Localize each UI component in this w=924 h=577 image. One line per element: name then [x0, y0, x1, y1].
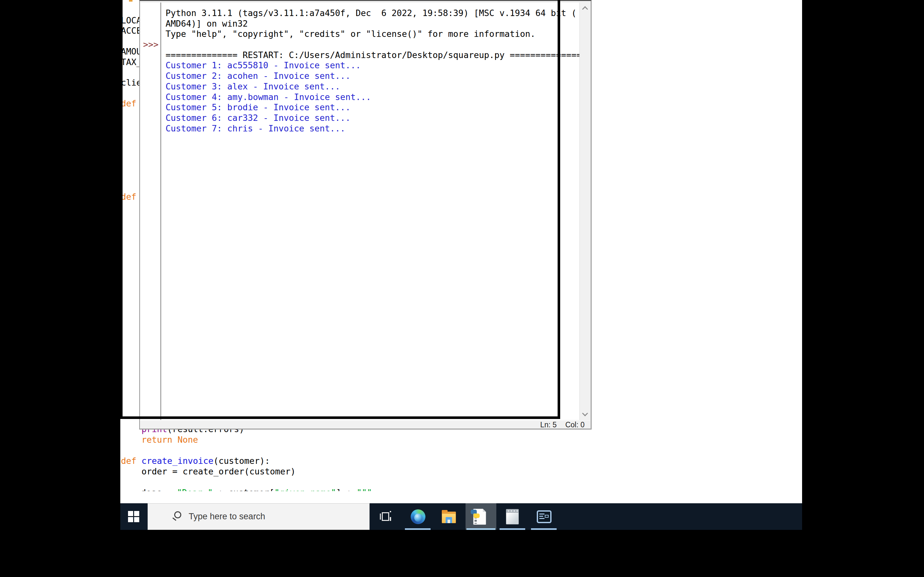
notepad-icon [506, 509, 519, 524]
taskbar-button-notepad[interactable] [497, 503, 528, 530]
shell-line: AMD64)] on win32 [166, 19, 580, 29]
taskbar [120, 503, 802, 530]
taskbar-button-python-idle[interactable] [465, 503, 496, 530]
code-segment: LOCA [121, 15, 142, 25]
search-input[interactable] [188, 504, 361, 530]
shell-line: Customer 4: amy.bowman - Invoice sent... [166, 92, 580, 103]
code-segment: def [121, 98, 136, 108]
code-segment: ] + [336, 488, 357, 491]
idle-shell-window: >>> Python 3.11.1 (tags/v3.11.1:a7a450f,… [139, 0, 591, 430]
code-line: AMOU [121, 47, 142, 57]
code-line: ACCE [121, 26, 142, 36]
shell-text-area[interactable]: Python 3.11.1 (tags/v3.11.1:a7a450f, Dec… [162, 3, 580, 420]
code-line: desc = "Dear " + customer["given_name"] … [120, 488, 557, 491]
code-line: order = create_order(customer) [121, 466, 296, 477]
shell-line [166, 39, 580, 50]
code-segment: ACCE [121, 26, 142, 35]
shell-prompt-sidebar: >>> [141, 3, 161, 420]
file-explorer-icon [442, 510, 456, 524]
taskbar-button-terminal[interactable] [528, 503, 559, 530]
shell-line: Customer 3: alex - Invoice sent... [166, 81, 580, 92]
edge-browser-icon [411, 509, 425, 524]
code-segment: clie [121, 77, 142, 87]
code-line: clie [121, 77, 142, 88]
shell-prompt: >>> [143, 39, 158, 50]
shell-line: Customer 6: car332 - Invoice sent... [166, 113, 580, 123]
editor-clipped-text-fragment [129, 0, 132, 2]
status-column-number: Col: 0 [565, 421, 585, 429]
python-logo-icon [471, 510, 480, 519]
search-icon [174, 511, 181, 518]
code-line: LOCA [121, 15, 142, 26]
shell-line: Python 3.11.1 (tags/v3.11.1:a7a450f, Dec… [166, 8, 580, 19]
code-segment: (customer): [213, 456, 270, 466]
taskbar-button-file-explorer[interactable] [433, 503, 464, 530]
start-button[interactable] [120, 503, 148, 530]
code-segment [136, 456, 142, 466]
shell-line: ============== RESTART: C:/Users/Adminis… [166, 50, 580, 61]
code-segment: order = create_order(customer) [121, 466, 296, 476]
taskbar-button-task-view[interactable] [370, 503, 401, 530]
code-line: def [121, 192, 136, 202]
code-line: def [121, 98, 136, 109]
code-segment: return [142, 435, 172, 445]
scroll-down-icon[interactable] [582, 410, 588, 416]
shell-line: Customer 5: brodie - Invoice sent... [166, 102, 580, 113]
shell-line: Customer 1: ac555810 - Invoice sent... [166, 60, 580, 71]
code-segment [121, 424, 142, 434]
code-line: TAX_ [121, 57, 142, 68]
shell-scrollbar[interactable] [580, 3, 590, 420]
shell-status-bar: Ln: 5 Col: 0 [140, 420, 590, 429]
code-segment: AMOU [121, 47, 142, 56]
running-indicator [405, 528, 431, 530]
terminal-icon [537, 510, 551, 523]
shell-line: Type "help", "copyright", "credits" or "… [166, 29, 580, 39]
windows-logo-icon [128, 511, 140, 522]
code-segment: None [178, 435, 198, 445]
code-segment: def [121, 192, 136, 201]
code-segment [172, 435, 178, 445]
task-view-icon [380, 511, 391, 522]
code-segment: TAX_ [121, 57, 142, 67]
code-segment: + customer[ [213, 488, 274, 491]
shell-line: Customer 7: chris - Invoice sent... [166, 123, 580, 134]
running-indicator [499, 528, 525, 530]
code-segment: desc = [120, 488, 177, 491]
taskbar-button-edge[interactable] [402, 503, 433, 530]
running-indicator [531, 528, 557, 530]
code-line: return None [121, 435, 198, 445]
code-segment: create_invoice [142, 456, 213, 466]
code-segment: "Dear " [177, 488, 213, 491]
clipped-code-line: desc = "Dear " + customer["given_name"] … [120, 488, 557, 491]
virtual-machine-screen: LOCAACCEAMOUTAX_cliedefdef print(result.… [120, 0, 802, 530]
code-segment [121, 435, 142, 445]
running-indicator [467, 528, 495, 530]
shell-line: Customer 2: acohen - Invoice sent... [166, 71, 580, 81]
code-segment: def [121, 456, 136, 466]
code-segment: "given_name" [274, 488, 336, 491]
code-line: def create_invoice(customer): [121, 456, 270, 466]
scroll-up-icon[interactable] [582, 6, 588, 12]
code-segment: """ [357, 488, 372, 491]
taskbar-search-box[interactable] [148, 503, 370, 530]
status-line-number: Ln: 5 [540, 421, 557, 429]
